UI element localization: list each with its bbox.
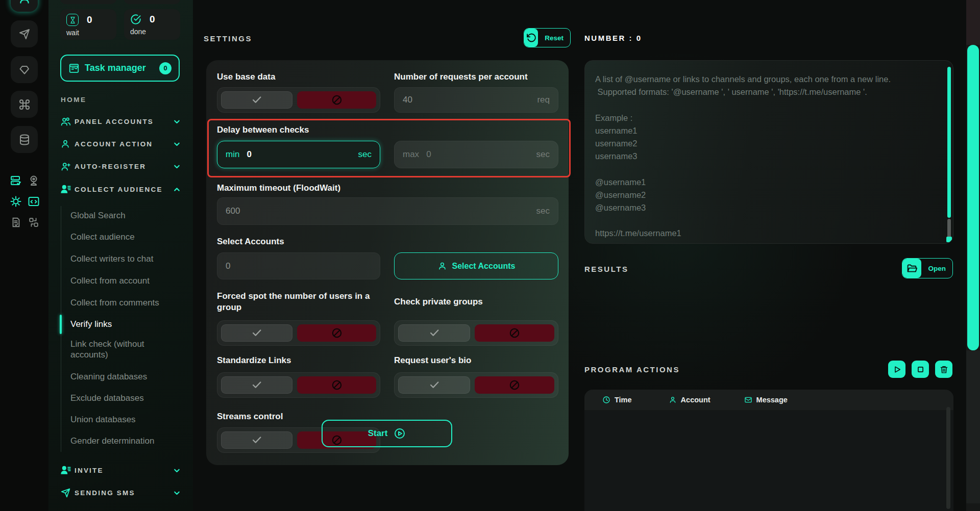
chevron-down-icon — [173, 489, 181, 497]
run-button[interactable] — [888, 361, 905, 378]
wait-counter-chip: 0 wait — [60, 9, 116, 40]
use-base-data-label: Use base data — [217, 71, 275, 83]
scrollbar-track-top — [966, 0, 980, 45]
column-message[interactable]: Message — [744, 396, 788, 404]
rail-database-button[interactable] — [11, 126, 38, 153]
requests-per-account-label: Number of requests per account — [394, 71, 528, 83]
delay-min-input[interactable]: min 0 sec — [217, 141, 380, 168]
done-label: done — [130, 28, 174, 36]
toggle-no-button[interactable] — [475, 376, 554, 394]
task-manager-label: Task manager — [85, 63, 154, 73]
delay-between-checks-label: Delay between checks — [217, 124, 309, 136]
textarea-scrollbar-thumb[interactable] — [947, 67, 951, 218]
sidebar-item-link-check[interactable]: Link check (without accounts) — [70, 339, 173, 360]
chevron-down-icon — [173, 466, 181, 475]
sidebar-item-collect-from-comments[interactable]: Collect from comments — [70, 297, 178, 308]
reset-button[interactable]: Reset — [524, 28, 571, 47]
username-list-textarea[interactable]: A list of @username or links to channels… — [584, 60, 953, 244]
done-count: 0 — [150, 14, 155, 25]
select-accounts-input[interactable]: 0 — [217, 252, 380, 279]
column-time[interactable]: Time — [602, 396, 632, 404]
toggle-yes-button[interactable] — [221, 376, 292, 394]
requests-per-account-input[interactable]: 40 req — [394, 87, 558, 113]
sidebar-item-cleaning-databases[interactable]: Cleaning databases — [70, 371, 178, 382]
column-account[interactable]: Account — [669, 396, 710, 404]
sidebar-item-collect-writers[interactable]: Collect writers to chat — [70, 253, 178, 264]
clear-log-button[interactable] — [935, 361, 952, 378]
check-icon — [429, 379, 440, 391]
page-scrollbar-thumb[interactable] — [967, 45, 979, 350]
toggle-yes-button[interactable] — [221, 324, 292, 342]
table-scrollbar[interactable] — [946, 407, 950, 509]
sidebar-item-collect-from-account[interactable]: Collect from account — [70, 275, 178, 286]
code-window-icon[interactable] — [27, 195, 40, 208]
sidebar: 0 wait 0 done Task manager 0 HOME PANEL … — [48, 0, 193, 511]
server-check-icon[interactable] — [9, 174, 22, 187]
select-accounts-button[interactable]: Select Accounts — [394, 252, 558, 279]
delay-max-input[interactable]: max 0 sec — [394, 141, 558, 168]
max-timeout-input[interactable]: 600 sec — [217, 197, 558, 225]
rail-command-button[interactable] — [11, 91, 38, 118]
toggle-yes-button[interactable] — [398, 376, 470, 394]
number-panel-title: NUMBER : 0 — [584, 34, 642, 42]
results-title: RESULTS — [584, 265, 628, 273]
user-icon — [437, 261, 447, 271]
settings-title: SETTINGS — [204, 34, 252, 43]
hourglass-icon — [66, 14, 79, 26]
rail-diamond-button[interactable] — [11, 56, 38, 83]
sidebar-item-union-databases[interactable]: Union databases — [70, 414, 178, 425]
rail-send-button[interactable] — [11, 20, 38, 47]
swap-icon[interactable] — [27, 216, 40, 229]
start-button[interactable]: Start — [322, 420, 452, 447]
wait-count: 0 — [87, 14, 92, 25]
sidebar-item-panel-accounts[interactable]: PANEL ACCOUNTS — [48, 114, 193, 129]
gear-icon[interactable] — [9, 195, 22, 208]
scrollbar-track-bottom — [966, 350, 980, 503]
check-icon — [251, 327, 262, 339]
user-list-icon — [60, 465, 71, 476]
toggle-no-button[interactable] — [297, 91, 376, 109]
request-bio-toggle — [394, 372, 558, 398]
ban-icon — [331, 327, 343, 339]
forced-spot-toggle — [217, 320, 380, 346]
chevron-up-icon — [173, 185, 181, 194]
document-check-icon[interactable] — [9, 216, 22, 229]
max-timeout-label: Maximum timeout (FloodWait) — [217, 183, 340, 194]
sidebar-item-auto-register[interactable]: AUTO-REGISTER — [48, 159, 193, 174]
chevron-down-icon — [173, 140, 181, 148]
webcam-icon[interactable] — [27, 174, 40, 187]
sidebar-item-global-search[interactable]: Global Search — [70, 210, 178, 221]
rail-profile-button[interactable] — [11, 0, 38, 12]
check-icon — [251, 435, 262, 446]
icon-rail — [0, 0, 48, 511]
sidebar-item-exclude-databases[interactable]: Exclude databases — [70, 393, 178, 403]
users-icon — [60, 116, 71, 127]
sidebar-item-verify-links[interactable]: Verify links — [70, 319, 178, 329]
resize-grip[interactable] — [946, 237, 952, 242]
toggle-yes-button[interactable] — [398, 324, 470, 342]
task-manager-button[interactable]: Task manager 0 — [60, 55, 180, 82]
database-icon — [18, 134, 31, 146]
stop-button[interactable] — [912, 361, 929, 378]
toggle-no-button[interactable] — [297, 324, 376, 342]
toggle-no-button[interactable] — [297, 376, 376, 394]
chevron-down-icon — [173, 117, 181, 126]
user-list-icon — [60, 184, 71, 195]
chevron-down-icon — [173, 162, 181, 171]
toggle-yes-button[interactable] — [221, 91, 292, 109]
cut-chip — [124, 0, 180, 4]
sidebar-item-account-action[interactable]: ACCOUNT ACTION — [48, 136, 193, 151]
open-results-button[interactable]: Open — [902, 258, 953, 278]
toggle-no-button[interactable] — [475, 324, 554, 342]
sidebar-item-collect-audience[interactable]: COLLECT AUDIENCE — [48, 182, 193, 197]
program-actions-table: Time Account Message — [584, 390, 953, 511]
sidebar-item-sending-sms[interactable]: SENDING SMS — [48, 485, 193, 500]
toggle-yes-button[interactable] — [221, 431, 292, 449]
main-content: SETTINGS Reset Use base data Number of r… — [193, 0, 980, 511]
check-circle-icon — [130, 14, 141, 25]
sidebar-item-collect-audience-sub[interactable]: Collect audience — [70, 232, 178, 242]
mail-icon — [744, 396, 752, 404]
sidebar-item-invite[interactable]: INVITE — [48, 463, 193, 478]
standardize-links-label: Standardize Links — [217, 355, 291, 366]
sidebar-item-gender-determination[interactable]: Gender determination — [70, 436, 178, 446]
